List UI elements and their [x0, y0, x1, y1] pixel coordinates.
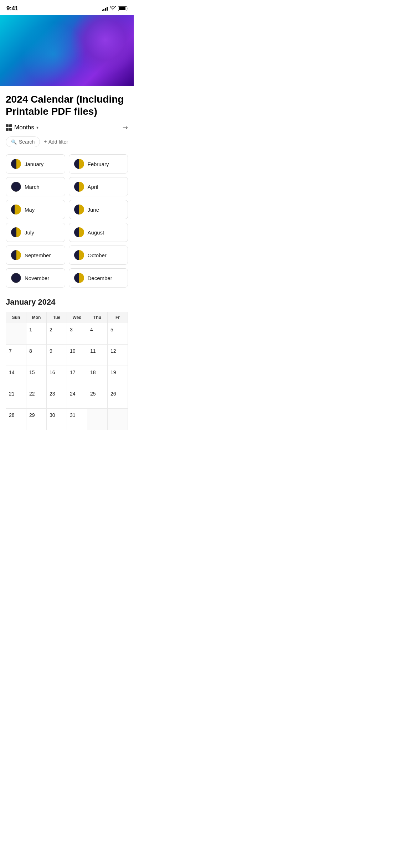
month-name-label: September	[25, 252, 51, 258]
weekday-header: Mon	[26, 312, 47, 323]
moon-phase-icon	[11, 159, 21, 169]
month-item-june[interactable]: June	[69, 200, 128, 219]
month-item-december[interactable]: December	[69, 268, 128, 288]
month-item-october[interactable]: October	[69, 246, 128, 265]
month-item-january[interactable]: January	[6, 154, 65, 174]
month-name-label: July	[25, 229, 34, 236]
calendar-day[interactable]: 24	[67, 387, 87, 409]
moon-phase-icon	[74, 159, 84, 169]
moon-phase-icon	[11, 182, 21, 192]
calendar-section: January 2024 SunMonTueWedThuFr1234578910…	[6, 298, 128, 430]
search-pill[interactable]: 🔍 Search	[6, 136, 40, 147]
weekday-header: Sun	[6, 312, 26, 323]
calendar-day[interactable]: 17	[67, 366, 87, 387]
month-name-label: May	[25, 207, 35, 213]
calendar-day[interactable]: 25	[87, 387, 108, 409]
expand-icon[interactable]: ↗	[120, 123, 130, 132]
calendar-day[interactable]: 26	[108, 387, 128, 409]
moon-phase-icon	[11, 250, 21, 260]
calendar-day[interactable]: 10	[67, 345, 87, 366]
toolbar: Months ▾ ↗	[6, 124, 128, 131]
month-name-label: December	[88, 275, 112, 281]
battery-icon	[118, 6, 127, 11]
page-title: 2024 Calendar (Including Printable PDF f…	[6, 93, 128, 117]
add-filter-button[interactable]: + Add filter	[43, 139, 68, 145]
grid-view-icon	[6, 124, 12, 131]
calendar-day	[108, 409, 128, 430]
wifi-icon	[110, 6, 116, 11]
calendar-day[interactable]: 3	[67, 323, 87, 345]
calendar-day[interactable]: 22	[26, 387, 47, 409]
calendar-day[interactable]: 12	[108, 345, 128, 366]
calendar-month-title: January 2024	[6, 298, 128, 307]
weekday-header: Tue	[47, 312, 67, 323]
moon-phase-icon	[74, 205, 84, 215]
calendar-day[interactable]: 23	[47, 387, 67, 409]
month-name-label: January	[25, 161, 43, 167]
calendar-day[interactable]: 8	[26, 345, 47, 366]
calendar-day[interactable]: 16	[47, 366, 67, 387]
calendar-day[interactable]: 21	[6, 387, 26, 409]
search-label: Search	[19, 139, 35, 145]
calendar-day[interactable]: 14	[6, 366, 26, 387]
month-item-february[interactable]: February	[69, 154, 128, 174]
filter-bar: 🔍 Search + Add filter	[6, 136, 128, 147]
months-selector[interactable]: Months ▾	[6, 124, 38, 131]
moon-phase-icon	[11, 273, 21, 283]
calendar-day[interactable]: 15	[26, 366, 47, 387]
month-item-july[interactable]: July	[6, 223, 65, 242]
calendar-day[interactable]: 9	[47, 345, 67, 366]
page-content: 2024 Calendar (Including Printable PDF f…	[0, 86, 134, 430]
calendar-day	[87, 409, 108, 430]
month-name-label: March	[25, 184, 40, 190]
calendar-table: SunMonTueWedThuFr12345789101112141516171…	[6, 312, 128, 430]
moon-phase-icon	[11, 205, 21, 215]
moon-phase-icon	[74, 273, 84, 283]
weekday-header: Wed	[67, 312, 87, 323]
weekday-header: Thu	[87, 312, 108, 323]
month-name-label: October	[88, 252, 107, 258]
calendar-day[interactable]: 1	[26, 323, 47, 345]
moon-phase-icon	[11, 227, 21, 237]
hero-banner	[0, 15, 134, 86]
month-name-label: February	[88, 161, 109, 167]
month-name-label: August	[88, 229, 104, 236]
month-name-label: November	[25, 275, 49, 281]
view-mode-label: Months	[14, 124, 34, 131]
calendar-day[interactable]: 28	[6, 409, 26, 430]
calendar-day[interactable]: 30	[47, 409, 67, 430]
calendar-day[interactable]: 18	[87, 366, 108, 387]
calendar-day[interactable]: 19	[108, 366, 128, 387]
calendar-day[interactable]: 31	[67, 409, 87, 430]
month-item-september[interactable]: September	[6, 246, 65, 265]
calendar-day[interactable]: 7	[6, 345, 26, 366]
month-item-august[interactable]: August	[69, 223, 128, 242]
month-item-april[interactable]: April	[69, 177, 128, 196]
moon-phase-icon	[74, 182, 84, 192]
month-name-label: April	[88, 184, 98, 190]
month-item-november[interactable]: November	[6, 268, 65, 288]
month-item-march[interactable]: March	[6, 177, 65, 196]
calendar-day	[6, 323, 26, 345]
calendar-day[interactable]: 2	[47, 323, 67, 345]
signal-icon	[102, 6, 108, 11]
status-time: 9:41	[6, 5, 18, 12]
weekday-header: Fr	[108, 312, 128, 323]
calendar-day[interactable]: 4	[87, 323, 108, 345]
plus-icon: +	[43, 139, 47, 145]
moon-phase-icon	[74, 227, 84, 237]
chevron-down-icon: ▾	[36, 125, 38, 130]
calendar-day[interactable]: 11	[87, 345, 108, 366]
month-grid: JanuaryFebruaryMarchAprilMayJuneJulyAugu…	[6, 154, 128, 288]
month-item-may[interactable]: May	[6, 200, 65, 219]
status-icons	[102, 6, 128, 11]
search-icon: 🔍	[11, 139, 17, 145]
moon-phase-icon	[74, 250, 84, 260]
calendar-day[interactable]: 5	[108, 323, 128, 345]
month-name-label: June	[88, 207, 99, 213]
add-filter-label: Add filter	[48, 139, 68, 145]
status-bar: 9:41	[0, 0, 134, 15]
calendar-day[interactable]: 29	[26, 409, 47, 430]
